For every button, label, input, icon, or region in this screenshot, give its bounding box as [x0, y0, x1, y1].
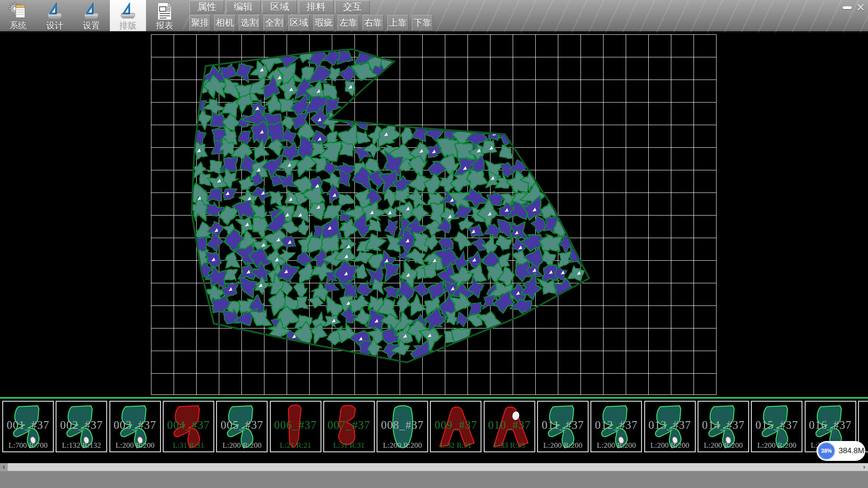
tool-button-6[interactable]: 瑕疵	[313, 15, 335, 31]
piece-lr-count: L:200 R:200	[538, 441, 588, 450]
piece-name: 003_#37	[110, 419, 160, 432]
toolbar: 系统 设计 设置 排版 报表 属性编辑区域排料交互 聚排相机选割全割区域瑕疵左靠…	[0, 0, 868, 33]
piece-lr-count: L:200 R:200	[698, 441, 748, 450]
piece-thumbnail-014_#37[interactable]: 014_#37L:200 R:200	[698, 401, 749, 452]
menu-tab-3[interactable]: 区域	[262, 0, 297, 14]
tool-button-1[interactable]: 聚排	[189, 15, 211, 31]
piece-thumbnail-005_#37[interactable]: 005_#37L:200 R:200	[216, 401, 268, 452]
ruler-icon	[81, 1, 101, 21]
piece-lr-count: L:32 R:31	[431, 441, 481, 450]
piece-thumbnail-009_#37[interactable]: 009_#37L:32 R:31	[430, 401, 481, 452]
tool-button-9[interactable]: 上靠	[387, 15, 409, 31]
piece-lr-count: L:31 R:31	[324, 441, 374, 450]
piece-lr-count: L:200 R:200	[752, 441, 802, 450]
toolbar-button-2[interactable]: 设计	[37, 0, 73, 31]
scroll-right-button[interactable]: ›	[860, 463, 868, 471]
piece-thumbnail-008_#37[interactable]: 008_#37L:200 R:200	[377, 401, 428, 452]
toolbar-button-5[interactable]: 报表	[146, 0, 183, 31]
toolbar-button-label: 排版	[119, 21, 137, 30]
tool-button-2[interactable]: 相机	[214, 15, 236, 31]
toolbar-button-label: 设置	[83, 21, 100, 30]
piece-lr-count: L:200 R:200	[591, 441, 641, 450]
gear-doc-icon	[8, 1, 28, 21]
piece-thumbnail-007_#37[interactable]: 007_#37L:31 R:31	[323, 401, 375, 452]
tool-button-8[interactable]: 右靠	[363, 15, 384, 31]
toolbar-button-label: 报表	[156, 21, 173, 30]
piece-lr-count: L:700 R:700	[3, 441, 53, 450]
piece-name: 012_#37	[591, 419, 641, 432]
piece-name: 007_#37	[324, 419, 374, 432]
ruler-icon	[118, 1, 138, 21]
piece-thumbnail-001_#37[interactable]: 001_#37L:700 R:700	[2, 401, 54, 452]
piece-thumbnail-004_#37[interactable]: 004_#37L:31 R:31	[163, 401, 214, 452]
piece-lr-count: L:33 R:33	[485, 441, 534, 450]
progress-circle: 38%	[818, 442, 835, 460]
report-icon	[155, 1, 175, 21]
close-button[interactable]: ✕	[854, 2, 867, 14]
toolbar-button-4[interactable]: 排版	[110, 0, 146, 31]
piece-thumbnail-013_#37[interactable]: 013_#37L:200 R:200	[644, 401, 696, 452]
toolbar-button-3[interactable]: 设置	[73, 0, 109, 31]
horizontal-scrollbar[interactable]: ‹ ›	[0, 463, 868, 471]
toolbar-button-label: 设计	[46, 21, 63, 30]
menu-tab-4[interactable]: 排料	[299, 0, 334, 14]
menu-tab-1[interactable]: 属性	[189, 0, 224, 14]
piece-thumbnail-006_#37[interactable]: 006_#37L:21 R:21	[270, 401, 321, 452]
piece-thumbnail-011_#37[interactable]: 011_#37L:200 R:200	[537, 401, 589, 452]
piece-name: 004_#37	[164, 419, 213, 432]
memory-size-label: 384.8M	[839, 446, 864, 455]
piece-name: 014_#37	[698, 419, 748, 432]
piece-lr-count: L:200 R:200	[645, 441, 695, 450]
tool-button-3[interactable]: 选割	[239, 15, 260, 31]
tool-button-4[interactable]: 全割	[264, 15, 285, 31]
piece-name: 013_#37	[645, 419, 695, 432]
menu-tab-2[interactable]: 编辑	[226, 0, 261, 14]
minimize-icon	[843, 6, 852, 9]
piece-shape	[862, 403, 868, 450]
toolbar-button-1[interactable]: 系统	[0, 0, 36, 31]
piece-name: 009_#37	[431, 419, 481, 432]
piece-name: 016_#37	[806, 419, 855, 432]
piece-lr-count: L:200 R:200	[217, 441, 267, 450]
piece-name: 005_#37	[217, 419, 267, 432]
tool-button-7[interactable]: 左靠	[338, 15, 359, 31]
piece-name: 011_#37	[538, 419, 588, 432]
piece-name: 008_#37	[377, 419, 427, 432]
piece-thumbnail-002_#37[interactable]: 002_#37L:132 R:132	[56, 401, 107, 452]
piece-name: 010_#37	[485, 419, 534, 432]
toolbar-button-label: 系统	[9, 21, 27, 30]
close-icon: ✕	[856, 2, 865, 13]
tool-button-5[interactable]: 区域	[288, 15, 310, 31]
scroll-left-button[interactable]: ‹	[0, 463, 8, 471]
strip-separator	[0, 397, 868, 399]
piece-name: 002_#37	[57, 419, 106, 432]
piece-name: 006_#37	[271, 419, 321, 432]
nesting-canvas[interactable]	[0, 33, 868, 397]
piece-thumbnail-003_#37[interactable]: 003_#37L:200 R:200	[109, 401, 161, 452]
status-bar	[0, 471, 868, 488]
piece-lr-count: L:21 R:21	[271, 441, 321, 450]
piece-thumbnail-strip: 001_#37L:700 R:700002_#37L:132 R:132003_…	[0, 400, 868, 455]
piece-name: 015_#37	[752, 419, 802, 432]
memory-badge: 38% 384.8M	[816, 441, 865, 461]
piece-lr-count: L:132 R:132	[57, 441, 106, 450]
piece-name: 001_#37	[3, 419, 53, 432]
menu-tab-5[interactable]: 交互	[335, 0, 370, 14]
piece-lr-count: L:200 R:200	[110, 441, 160, 450]
ruler-icon	[45, 1, 65, 21]
piece-lr-count: L:31 R:31	[164, 441, 213, 450]
minimize-button[interactable]	[841, 2, 853, 14]
piece-lr-count: L:200 R:200	[377, 441, 427, 450]
tool-button-10[interactable]: 下靠	[412, 15, 433, 31]
piece-thumbnail-010_#37[interactable]: 010_#37L:33 R:33	[484, 401, 535, 452]
piece-thumbnail-015_#37[interactable]: 015_#37L:200 R:200	[751, 401, 802, 452]
piece-thumbnail-012_#37[interactable]: 012_#37L:200 R:200	[590, 401, 642, 452]
